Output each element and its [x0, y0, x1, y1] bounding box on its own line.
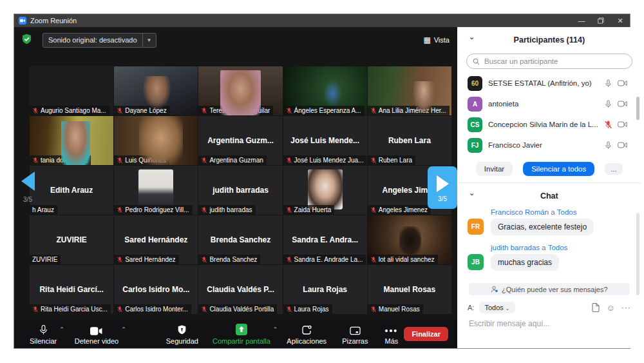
camera-icon — [618, 121, 627, 128]
muted-mic-icon — [286, 108, 292, 114]
grid-prev-page-button[interactable]: 3/5 — [15, 172, 40, 203]
stop-video-button[interactable]: Detener video — [75, 323, 119, 345]
participant-row[interactable]: CSConcepcion Silvia Marin de la L... — [457, 114, 641, 135]
video-tile[interactable]: Teresa Flores Aguilar — [198, 66, 282, 115]
chat-message-input[interactable] — [468, 319, 634, 329]
chat-recipient: Todos — [557, 208, 577, 216]
video-tile[interactable]: lot ali vidal sanchez — [368, 215, 451, 264]
stop-video-label: Detener video — [75, 338, 119, 345]
muted-mic-icon — [370, 257, 377, 263]
tile-name-label: h Arauz — [30, 205, 57, 215]
participants-collapse-chevron-icon[interactable]: ⌄ — [469, 33, 475, 41]
mute-all-button[interactable]: Silenciar a todos — [523, 162, 594, 176]
camera-icon — [618, 80, 627, 86]
video-tile[interactable]: Augurio Santiago Ma... — [30, 66, 113, 115]
video-tile[interactable]: judith barradasjudith barradas — [198, 166, 282, 215]
participant-row[interactable]: 60SETSE ESTATAL (Anfitrión, yo) — [457, 73, 641, 93]
video-tile[interactable]: tania dominguez — [30, 116, 113, 165]
muted-mic-icon — [117, 306, 123, 313]
participant-search-input[interactable] — [483, 57, 626, 66]
chat-message: Francisco Román a TodosFRGracias, excele… — [468, 208, 631, 235]
restore-button[interactable] — [591, 14, 611, 27]
video-tile[interactable]: Ángeles Esperanza A... — [283, 66, 367, 115]
emoji-icon[interactable]: ☺ — [606, 304, 614, 312]
mute-label: Silenciar — [30, 338, 57, 345]
video-tile[interactable]: ZUVIRIEZUVIRIE — [30, 215, 113, 264]
mute-button[interactable]: Silenciar — [30, 323, 57, 345]
chat-privacy-banner[interactable]: ¿Quién puede ver sus mensajes? — [469, 283, 630, 295]
video-tile[interactable]: Dayane López — [114, 66, 198, 115]
grid-next-page-button[interactable]: 3/5 — [428, 166, 457, 209]
participant-photo — [138, 170, 173, 210]
tile-name-label: Luis Quiñones — [114, 155, 169, 165]
zoom-meeting-window: Zoom Reunión — ✕ Sonido original: desact… — [14, 14, 630, 348]
participants-scrollbar[interactable] — [636, 97, 639, 120]
chat-collapse-chevron-icon[interactable]: ⌄ — [469, 189, 475, 197]
chat-recipient-row: A: Todos ⌄ ☺ ··· — [468, 302, 631, 313]
video-tile[interactable]: Laura RojasLaura Rojas — [283, 265, 367, 314]
tile-name-label: Dayane López — [114, 106, 170, 115]
whiteboards-button[interactable]: Pizarras — [342, 323, 368, 345]
tile-name-label: ZUVIRIE — [30, 255, 61, 264]
muted-mic-icon — [370, 108, 377, 114]
muted-mic-icon — [286, 306, 292, 313]
video-tile[interactable]: Brenda SanchezBrenda Sanchez — [198, 215, 282, 264]
participants-more-button[interactable]: ... — [605, 163, 623, 175]
chat-scrollbar[interactable] — [636, 213, 639, 295]
minimize-button[interactable]: — — [572, 14, 591, 27]
video-tile[interactable]: Rita Heidi Garcí...Rita Heidi Garcia Usc… — [30, 265, 113, 314]
close-button[interactable]: ✕ — [611, 14, 630, 27]
invite-button[interactable]: Invitar — [476, 162, 513, 176]
recipient-dropdown[interactable]: Todos ⌄ — [479, 302, 515, 313]
panel-divider — [458, 182, 641, 183]
security-button[interactable]: Seguridad — [166, 323, 198, 345]
mic-icon — [604, 100, 612, 108]
video-tile[interactable]: Zaida Huerta — [283, 166, 367, 215]
participant-row[interactable]: FJFrancisco Javier — [457, 135, 641, 155]
chat-bubble[interactable]: Gracias, excelente festejo — [491, 219, 594, 235]
whiteboard-icon — [350, 323, 361, 335]
video-tile[interactable]: Pedro Rodriguez Vill... — [114, 166, 198, 215]
video-tile[interactable]: José Luis Mende...José Luis Mendez Jua..… — [283, 116, 367, 165]
arrow-right-icon — [437, 175, 449, 192]
chat-bubble[interactable]: muchas gracias — [491, 254, 559, 271]
view-button[interactable]: ▦ Vista — [423, 36, 450, 44]
share-screen-button[interactable]: Compartir pantalla — [213, 323, 270, 345]
mute-options-chevron[interactable]: ⌃ — [59, 326, 64, 333]
video-options-chevron[interactable]: ⌃ — [121, 326, 126, 333]
end-meeting-button[interactable]: Finalizar — [404, 327, 448, 341]
avatar: FR — [468, 219, 484, 235]
participant-row[interactable]: Aantonieta — [457, 93, 641, 114]
chat-more-icon[interactable]: ··· — [621, 303, 631, 312]
participant-search[interactable] — [466, 54, 632, 69]
video-tile[interactable]: Edith Arauzh Arauz — [30, 166, 113, 215]
side-panel: ⌄ Participantes (114) 60SETSE ESTATAL (A… — [457, 27, 641, 348]
original-sound-button[interactable]: Sonido original: desactivado ▼ — [43, 33, 156, 48]
muted-mic-icon — [201, 306, 207, 313]
share-options-chevron[interactable]: ⌃ — [273, 326, 278, 333]
tile-name-label: Claudia Valdés Portilla — [198, 304, 277, 314]
camera-icon — [90, 323, 102, 335]
security-shield-icon[interactable] — [21, 34, 32, 47]
video-tile[interactable]: Sandra E. Andra...Sandra E. Andrade La..… — [283, 215, 367, 264]
video-tile[interactable]: Argentina Guzm...Argentina Guzman — [198, 116, 282, 165]
video-tile[interactable]: Sared HernándezSared Hernández — [114, 215, 198, 264]
share-screen-icon — [236, 323, 247, 335]
video-tile[interactable]: Ruben LaraRuben Lara — [368, 116, 451, 165]
camera-icon — [618, 101, 627, 107]
video-tile[interactable]: Claudia Valdés P...Claudia Valdés Portil… — [198, 265, 282, 314]
more-button[interactable]: ••• Más — [384, 323, 398, 345]
muted-mic-icon — [117, 157, 123, 164]
apps-button[interactable]: Aplicaciones — [287, 323, 327, 345]
video-tile[interactable]: Luis Quiñones — [114, 116, 198, 165]
video-tile[interactable]: Carlos Isidro Mo...Carlos Isidro Monter.… — [114, 265, 198, 314]
to-label: A: — [468, 304, 474, 311]
file-icon[interactable] — [592, 303, 600, 312]
page-indicator-right: 3/5 — [438, 195, 447, 202]
video-tile[interactable]: Manuel RosasManuel Rosas — [368, 265, 451, 314]
original-sound-caret[interactable]: ▼ — [142, 34, 156, 47]
avatar: JB — [468, 254, 484, 270]
video-tile[interactable]: Ana Lilia Jiménez Her... — [368, 66, 451, 115]
shield-icon — [177, 323, 187, 335]
tile-name-label: Rita Heidi Garcia Usc... — [30, 304, 111, 314]
